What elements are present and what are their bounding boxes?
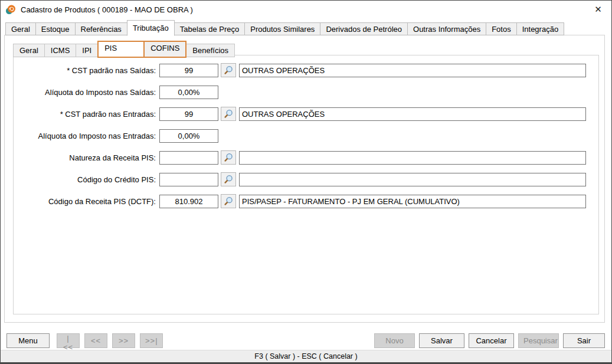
codigo-receita-dctf-input[interactable] xyxy=(159,195,218,208)
main-tab-strip: Geral Estoque Referências Tributação Tab… xyxy=(5,19,607,35)
aliquota-saidas-label: Alíquota do Imposto nas Saídas: xyxy=(14,88,159,97)
codigo-credito-label: Código do Crédito PIS: xyxy=(14,175,159,184)
sub-tab-geral[interactable]: Geral xyxy=(13,44,45,57)
magnifier-icon xyxy=(224,196,233,206)
codigo-receita-dctf-description-input[interactable] xyxy=(239,195,586,208)
natureza-receita-label: Natureza da Receita PIS: xyxy=(14,153,159,162)
aliquota-saidas-input[interactable] xyxy=(159,86,218,99)
row-aliquota-entradas: Alíquota do Imposto nas Entradas: xyxy=(14,129,598,143)
crud-button-group: Novo Salvar Cancelar Pesquisar Sair xyxy=(374,333,605,348)
aliquota-entradas-label: Alíquota do Imposto nas Entradas: xyxy=(14,132,159,140)
close-icon[interactable]: ✕ xyxy=(585,1,611,18)
cst-entradas-search-button[interactable] xyxy=(221,107,236,121)
magnifier-icon xyxy=(224,153,233,162)
cancelar-button[interactable]: Cancelar xyxy=(469,333,514,348)
tab-produtos-similares[interactable]: Produtos Similares xyxy=(244,22,320,35)
window-title: Cadastro de Produtos ( 000189 - MAO DE O… xyxy=(21,5,193,14)
sub-tab-pis[interactable]: PIS xyxy=(99,42,145,57)
product-registration-window: Cadastro de Produtos ( 000189 - MAO DE O… xyxy=(0,0,612,364)
app-logo-icon xyxy=(5,4,16,15)
natureza-receita-input[interactable] xyxy=(159,151,218,165)
cst-saidas-search-button[interactable] xyxy=(221,63,236,77)
sub-tab-ipi[interactable]: IPI xyxy=(76,44,98,57)
cst-saidas-description-input[interactable] xyxy=(239,64,586,77)
tab-estoque[interactable]: Estoque xyxy=(35,22,76,35)
tab-outras-informacoes[interactable]: Outras Informações xyxy=(407,22,486,35)
tab-geral[interactable]: Geral xyxy=(5,22,36,35)
row-cst-entradas: * CST padrão nas Entradas: xyxy=(14,107,598,121)
magnifier-icon xyxy=(224,175,233,184)
novo-button: Novo xyxy=(374,333,415,348)
status-bar: F3 ( Salvar ) - ESC ( Cancelar ) xyxy=(1,350,611,362)
codigo-credito-description-input[interactable] xyxy=(239,173,586,186)
magnifier-icon xyxy=(224,65,233,75)
status-bar-shortcut-hint: F3 ( Salvar ) - ESC ( Cancelar ) xyxy=(254,352,357,360)
row-aliquota-saidas: Alíquota do Imposto nas Saídas: xyxy=(14,85,598,99)
sub-tab-beneficios[interactable]: Benefícios xyxy=(186,44,235,57)
tab-derivados-de-petroleo[interactable]: Derivados de Petróleo xyxy=(320,22,408,35)
sub-tab-strip: Geral ICMS IPI PIS COFINS Benefícios xyxy=(13,41,234,57)
aliquota-entradas-input[interactable] xyxy=(159,129,218,143)
sub-tab-cofins[interactable]: COFINS xyxy=(145,42,185,57)
tab-tabelas-de-preco[interactable]: Tabelas de Preço xyxy=(174,22,245,35)
codigo-credito-input[interactable] xyxy=(159,173,218,186)
last-record-button: >>| xyxy=(140,333,163,348)
row-cst-saidas: * CST padrão nas Saídas: xyxy=(14,63,598,77)
sub-tab-icms[interactable]: ICMS xyxy=(44,44,77,57)
cst-entradas-input[interactable] xyxy=(159,107,218,121)
row-codigo-credito: Código do Crédito PIS: xyxy=(14,172,598,186)
pis-form-panel: * CST padrão nas Saídas: Alíquota do Imp… xyxy=(13,55,599,314)
pesquisar-button: Pesquisar xyxy=(518,333,559,348)
first-record-button: |<< xyxy=(57,333,80,348)
tab-fotos[interactable]: Fotos xyxy=(486,22,517,35)
tab-referencias[interactable]: Referências xyxy=(75,22,127,35)
row-natureza-receita: Natureza da Receita PIS: xyxy=(14,150,598,165)
action-button-row: Menu |<< << >> >>| Novo Salvar Cancelar … xyxy=(6,333,605,348)
record-navigation-group: |<< << >> >>| xyxy=(57,333,163,348)
cst-entradas-description-input[interactable] xyxy=(239,107,586,121)
next-record-button: >> xyxy=(112,333,135,348)
natureza-receita-search-button[interactable] xyxy=(221,150,236,165)
sair-button[interactable]: Sair xyxy=(563,333,605,348)
cst-entradas-label: * CST padrão nas Entradas: xyxy=(14,110,159,119)
tab-integracao[interactable]: Integração xyxy=(516,22,564,35)
magnifier-icon xyxy=(224,109,233,119)
tab-tributacao[interactable]: Tributação xyxy=(127,20,175,36)
previous-record-button: << xyxy=(84,333,107,348)
menu-button[interactable]: Menu xyxy=(6,333,50,348)
row-codigo-receita-dctf: Código da Receita PIS (DCTF): xyxy=(14,194,598,208)
tributacao-tab-page: Geral ICMS IPI PIS COFINS Benefícios * C… xyxy=(4,35,605,323)
sub-tab-highlight-frame: PIS COFINS xyxy=(97,41,186,58)
salvar-button[interactable]: Salvar xyxy=(419,333,464,348)
cst-saidas-label: * CST padrão nas Saídas: xyxy=(14,66,159,75)
title-bar: Cadastro de Produtos ( 000189 - MAO DE O… xyxy=(1,1,611,18)
natureza-receita-description-input[interactable] xyxy=(239,151,586,165)
codigo-receita-dctf-label: Código da Receita PIS (DCTF): xyxy=(14,197,159,206)
codigo-receita-dctf-search-button[interactable] xyxy=(221,194,236,208)
codigo-credito-search-button[interactable] xyxy=(221,172,236,186)
cst-saidas-input[interactable] xyxy=(159,64,218,77)
